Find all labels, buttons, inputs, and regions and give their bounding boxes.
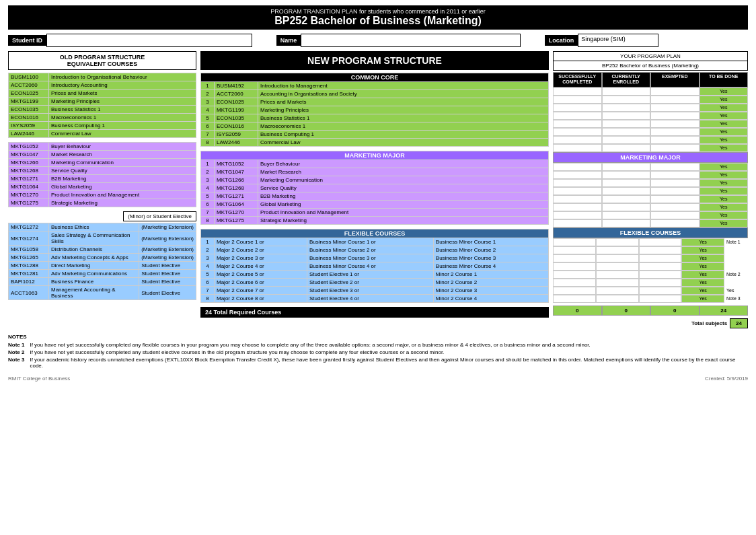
right-cc-cell [553,112,602,120]
left-cc-name: Introduction to Organisational Behaviour [49,73,196,81]
left-mm-code: MKTG1266 [9,159,49,167]
right-mm-cell [553,203,602,211]
right-cc-row: Yes [553,144,748,152]
right-mm-cell [602,219,651,227]
left-mm-name: Marketing Communication [49,159,196,167]
left-mm-name: Strategic Marketing [49,199,196,207]
right-total-cell: 0 [650,306,700,316]
right-mm-row: Yes [553,187,748,195]
left-flexible-table: MKTG1272 Business Ethics (Marketing Exte… [8,223,196,300]
right-mm-cell [553,211,602,219]
col-header-exempted: EXEMPTED [650,72,700,87]
right-flex-row: Yes [553,279,748,287]
location-label: Location [545,35,578,46]
right-flex-row: YesYes [553,287,748,295]
location-value: Singapore (SIM) [578,34,658,47]
right-mm-row: Yes [553,219,748,227]
left-flex-name: Sales Strategy & Communication Skills [49,231,139,246]
col-header-completed: SUCCESSFULLYCOMPLETED [553,72,602,87]
name-input[interactable] [301,34,520,47]
location-group: Location Singapore (SIM) [545,34,748,47]
right-cc-cell [650,136,700,144]
right-flex-row: Yes [553,262,748,271]
left-mm-name: Market Research [49,151,196,159]
right-cc-cell [553,144,602,152]
col-header-enrolled: CURRENTLYENROLLED [602,72,651,87]
left-flex-code: ACCT1063 [9,286,49,300]
right-mm-todo: Yes [700,203,749,211]
student-id-group: Student ID [8,34,252,47]
right-mm-cell [602,211,651,219]
right-cc-cell [553,87,602,96]
total-subjects-value: 24 [730,318,748,328]
right-cc-cell [602,120,651,128]
right-mm-cell [650,211,700,219]
left-flex-type: Student Elective [139,278,196,286]
right-cc-cell [650,120,700,128]
right-cc-todo: Yes [700,128,749,136]
note-text: If your academic history records unmatch… [30,357,748,369]
left-flex-name: Business Ethics [49,223,139,231]
right-cc-row: Yes [553,136,748,144]
left-mm-code: MKTG1270 [9,191,49,199]
left-mm-name: Product Innovation and Management [49,191,196,199]
right-mm-cell [650,195,700,203]
left-flex-name: Adv Marketing Communications [49,270,139,278]
right-cc-cell [602,128,651,136]
left-cc-code: LAW2446 [9,130,49,138]
left-flex-code: MKTG1281 [9,270,49,278]
left-flex-type: (Marketing Extension) [139,246,196,254]
note-label: Note 3 [8,357,24,369]
right-flexible-header: FLEXIBLE COURSES [553,227,748,238]
right-mm-cell [553,171,602,179]
left-cc-code: MKTG1199 [9,98,49,106]
left-flex-name: Distribution Channels [49,246,139,254]
middle-panel: NEW PROGRAM STRUCTURE COMMON CORE 1 BUSM… [200,51,549,328]
left-cc-name: Marketing Principles [49,98,196,106]
right-mm-cell [650,187,700,195]
right-cc-cell [553,136,602,144]
footer: RMIT College of Business Created: 5/9/20… [8,376,748,382]
right-total-cell: 0 [602,306,651,316]
right-cc-cell [602,96,651,104]
right-mm-todo: Yes [700,187,749,195]
marketing-major-header: MARKETING MAJOR [201,151,549,160]
right-mm-cell [602,203,651,211]
right-mm-row: Yes [553,163,748,171]
left-cc-code: ECON1035 [9,106,49,114]
notes-section: NOTES Note 1 If you have not yet success… [8,334,748,369]
right-cc-row: Yes [553,120,748,128]
left-cc-name: Prices and Markets [49,90,196,98]
right-mm-todo: Yes [700,163,749,171]
left-mm-code: MKTG1064 [9,183,49,191]
right-program-name: BP252 Bachelor of Business (Marketing) [553,61,748,71]
left-flex-code: MKTG1058 [9,246,49,254]
right-cc-row: Yes [553,87,748,96]
right-totals-row: 00024 [553,306,748,316]
right-cc-todo: Yes [700,104,749,112]
left-mm-code: MKTG1052 [9,143,49,151]
student-id-input[interactable] [46,34,252,47]
left-mm-name: Global Marketing [49,183,196,191]
left-flex-type: Student Elective [139,270,196,278]
right-mm-cell [553,195,602,203]
right-panel: YOUR PROGRAM PLAN BP252 Bachelor of Busi… [553,51,748,328]
right-cc-cell [553,128,602,136]
right-cc-cell [650,96,700,104]
right-mm-todo: Yes [700,219,749,227]
left-mm-code: MKTG1275 [9,199,49,207]
left-cc-code: ECON1025 [9,90,49,98]
right-mm-todo: Yes [700,179,749,187]
right-cc-cell [553,96,602,104]
left-flex-name: Business Finance [49,278,139,286]
right-your-program-plan: YOUR PROGRAM PLAN [553,51,748,61]
right-total-cell: 0 [553,306,602,316]
note-text: If you have not yet successfully complet… [30,342,590,348]
total-subjects-row: Total subjects 24 [553,318,748,328]
common-core-header: COMMON CORE [201,73,549,82]
left-flex-code: MKTG1265 [9,254,49,262]
left-mm-code: MKTG1271 [9,175,49,183]
right-mm-cell [602,187,651,195]
left-flex-code: MKTG1274 [9,231,49,246]
header-subtitle: PROGRAM TRANSITION PLAN for students who… [13,8,743,15]
